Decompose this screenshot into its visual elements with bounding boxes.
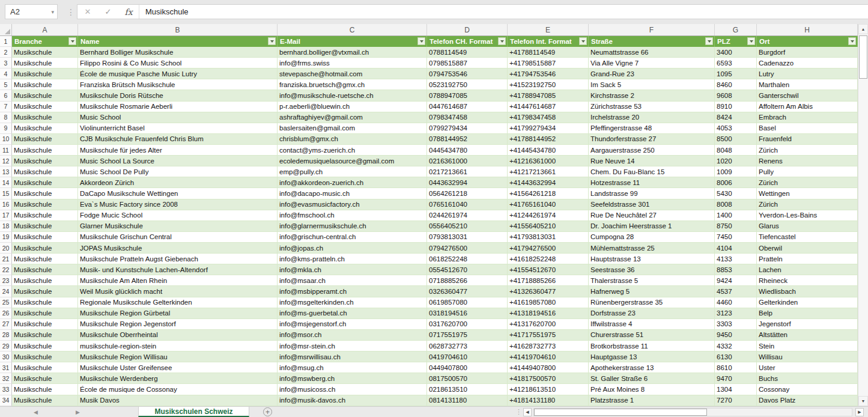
cell[interactable]: Musikschule [12,341,78,352]
cell[interactable]: 4537 [715,286,757,297]
row-number[interactable]: 14 [0,177,12,188]
header-cell[interactable]: Ort [757,36,858,47]
cell[interactable]: 0628732773 [427,341,508,352]
cell[interactable]: info@msor.ch [278,330,427,341]
cell[interactable]: +41554512670 [508,264,589,275]
cell[interactable]: Willisau [757,352,858,362]
cell[interactable]: +41788144952 [508,134,589,145]
cell[interactable]: 0244261974 [427,210,508,221]
cell[interactable]: 8500 [715,134,757,145]
cell[interactable]: Thundorferstrasse 27 [589,134,715,145]
cell[interactable]: Burgdorf [757,47,858,58]
cell[interactable]: Bernhard Bolliger Musikschule [78,47,278,58]
cell[interactable]: Frauenfeld [757,134,858,145]
cell[interactable]: 9608 [715,90,757,101]
cell[interactable]: info@msrwillisau.ch [278,352,427,362]
row-number[interactable]: 9 [0,123,12,134]
cell[interactable]: Lutry [757,68,858,79]
cell[interactable]: 0556405210 [427,221,508,232]
row-number[interactable]: 34 [0,395,12,406]
cell[interactable]: Musikschule [12,319,78,330]
cell[interactable]: Affoltern Am Albis [757,102,858,112]
cell[interactable]: 4460 [715,297,757,308]
cell[interactable]: Filippo Rosini & Co Music School [78,58,278,68]
cell[interactable]: 0317620700 [427,319,508,330]
cell[interactable]: 1020 [715,156,757,166]
cell[interactable]: Stein [757,341,858,352]
cell[interactable]: CJB Musikschule Frauenfeld Chris Blum [78,134,278,145]
horizontal-scrollbar-thumb[interactable] [534,409,707,416]
row-number[interactable]: 4 [0,68,12,79]
cell[interactable]: Eva`s Music Factory since 2008 [78,199,278,210]
cell[interactable]: Irchelstrasse 20 [589,112,715,123]
cell[interactable]: Regionale Musikschule Gelterkinden [78,297,278,308]
cell[interactable]: Buchs [757,373,858,384]
cell[interactable]: info@msug.ch [278,362,427,373]
cell[interactable]: Dorfstrasse 23 [589,308,715,319]
cell[interactable]: Iffwilstrasse 4 [589,319,715,330]
cell[interactable]: 8006 [715,177,757,188]
cell[interactable]: Musikschule [12,188,78,199]
cell[interactable]: DaCapo Musikschule Wettingen [78,188,278,199]
cell[interactable]: Hauptgasse 13 [589,352,715,362]
cell[interactable]: 8048 [715,145,757,156]
row-number[interactable]: 6 [0,90,12,101]
cell[interactable]: Mühlemattstrasse 25 [589,243,715,254]
cell[interactable]: Gelterkinden [757,297,858,308]
cell[interactable]: Franziska Brütsch Musikschule [78,79,278,90]
filter-dropdown-icon[interactable] [579,37,587,45]
cell[interactable]: 8853 [715,264,757,275]
row-number[interactable]: 13 [0,166,12,177]
cell[interactable]: 0564261218 [427,188,508,199]
cell[interactable]: Chem. Du Fau-Blanc 15 [589,166,715,177]
cell[interactable]: 0216361000 [427,156,508,166]
cell[interactable]: Musikschule [12,112,78,123]
cell[interactable]: +41318194516 [508,308,589,319]
cell[interactable]: Cumpogna 28 [589,232,715,243]
cell[interactable]: 1009 [715,166,757,177]
cell[interactable]: Davos Platz [757,395,858,406]
cell[interactable]: Musikschule [12,352,78,362]
cell[interactable]: p-r.aeberli@bluewin.ch [278,102,427,112]
cell[interactable]: +41218613510 [508,384,589,395]
cell[interactable]: Zürich [757,199,858,210]
row-number[interactable]: 8 [0,112,12,123]
row-number[interactable]: 26 [0,308,12,319]
cell[interactable]: info@msbipperamt.ch [278,286,427,297]
cell[interactable]: Musikschule Grischun Central [78,232,278,243]
cancel-icon[interactable]: ✕ [77,7,98,16]
cell[interactable]: Grand-Rue 23 [589,68,715,79]
column-header-G[interactable]: G [715,24,757,35]
cell[interactable]: 0554512670 [427,264,508,275]
cell[interactable]: Via Alle Vigne 7 [589,58,715,68]
cell[interactable]: 8910 [715,102,757,112]
cell[interactable]: Musikschule [12,177,78,188]
cell[interactable]: 0619857080 [427,297,508,308]
cell[interactable]: Cossonay [757,384,858,395]
cell[interactable]: 8008 [715,199,757,210]
filter-dropdown-icon[interactable] [705,37,713,45]
filter-dropdown-icon[interactable] [848,37,856,45]
cell[interactable]: Kirchstrasse 2 [589,90,715,101]
cell[interactable]: Musikschule [12,286,78,297]
cell[interactable]: Hotzestrasse 11 [589,177,715,188]
cell[interactable]: Musikschule Region Willisau [78,352,278,362]
cell[interactable]: info@msjegenstorf.ch [278,319,427,330]
header-cell[interactable]: Telefon CH. Format [427,36,508,47]
cell[interactable]: +41217213661 [508,166,589,177]
row-number[interactable]: 32 [0,373,12,384]
cell[interactable]: Glarus [757,221,858,232]
cell[interactable]: Rünenbergerstrasse 35 [589,297,715,308]
cell[interactable]: 0318194516 [427,308,508,319]
row-number[interactable]: 3 [0,58,12,68]
scroll-up-icon[interactable]: ▲ [858,24,868,34]
cell[interactable]: Platzstrasse 1 [589,395,715,406]
cell[interactable]: info@msaar.ch [278,275,427,286]
cell[interactable]: info@fmschool.ch [278,210,427,221]
cell[interactable]: Musikschule [12,254,78,264]
cell[interactable]: +41718885266 [508,275,589,286]
cell[interactable]: +41793813031 [508,232,589,243]
cell[interactable]: 8610 [715,362,757,373]
cell[interactable]: emp@pully.ch [278,166,427,177]
cell[interactable]: Aargauerstrasse 250 [589,145,715,156]
